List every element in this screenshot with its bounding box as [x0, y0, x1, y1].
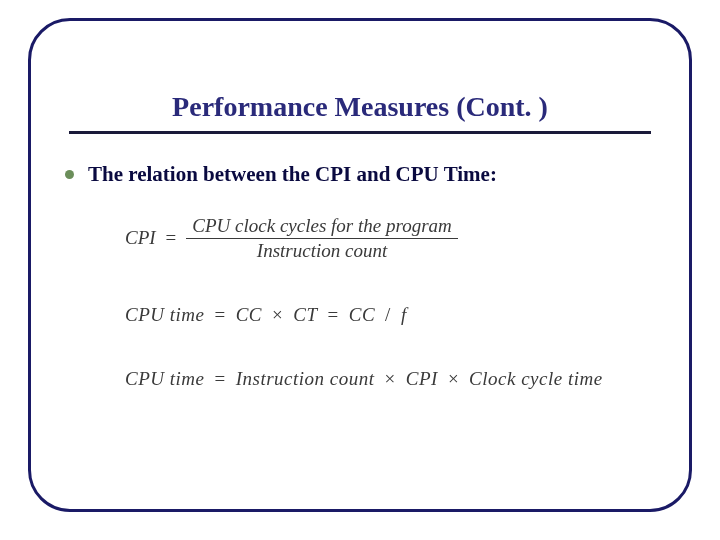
bullet-dot-icon — [65, 170, 74, 179]
eq2-ct: CT — [293, 304, 317, 326]
bullet-row-1: The relation between the CPI and CPU Tim… — [65, 162, 655, 187]
eq2-times-1: × — [272, 304, 283, 326]
eq3-cpi: CPI — [406, 368, 438, 390]
eq2-equals-2: = — [328, 304, 339, 326]
eq3-times-2: × — [448, 368, 459, 390]
eq2-cc: CC — [236, 304, 262, 326]
slide-body: The relation between the CPI and CPU Tim… — [59, 162, 661, 390]
eq2-f: f — [401, 304, 407, 326]
equation-cpu-time-long: CPU time = Instruction count × CPI × Clo… — [125, 368, 655, 390]
eq1-fraction: CPU clock cycles for the program Instruc… — [186, 215, 457, 262]
eq3-ic: Instruction count — [236, 368, 375, 390]
eq3-times-1: × — [385, 368, 396, 390]
slide-title: Performance Measures (Cont. ) — [168, 91, 552, 129]
bullet-text-1: The relation between the CPI and CPU Tim… — [88, 162, 497, 187]
eq1-denominator: Instruction count — [251, 239, 393, 262]
eq3-equals: = — [214, 368, 225, 390]
title-underline — [69, 131, 651, 134]
equations-block: CPI = CPU clock cycles for the program I… — [125, 215, 655, 390]
eq2-slash: / — [385, 304, 391, 326]
eq3-cct: Clock cycle time — [469, 368, 603, 390]
eq3-lhs: CPU time — [125, 368, 204, 390]
eq2-lhs: CPU time — [125, 304, 204, 326]
eq1-equals: = — [166, 227, 177, 249]
eq2-cc2: CC — [349, 304, 375, 326]
eq1-numerator: CPU clock cycles for the program — [186, 215, 457, 238]
equation-cpi: CPI = CPU clock cycles for the program I… — [125, 215, 655, 262]
equation-cpu-time-short: CPU time = CC × CT = CC/f — [125, 304, 655, 326]
title-block: Performance Measures (Cont. ) — [59, 91, 661, 134]
eq1-lhs: CPI — [125, 227, 156, 249]
eq2-equals-1: = — [214, 304, 225, 326]
slide: Performance Measures (Cont. ) The relati… — [0, 0, 720, 540]
slide-frame: Performance Measures (Cont. ) The relati… — [28, 18, 692, 512]
